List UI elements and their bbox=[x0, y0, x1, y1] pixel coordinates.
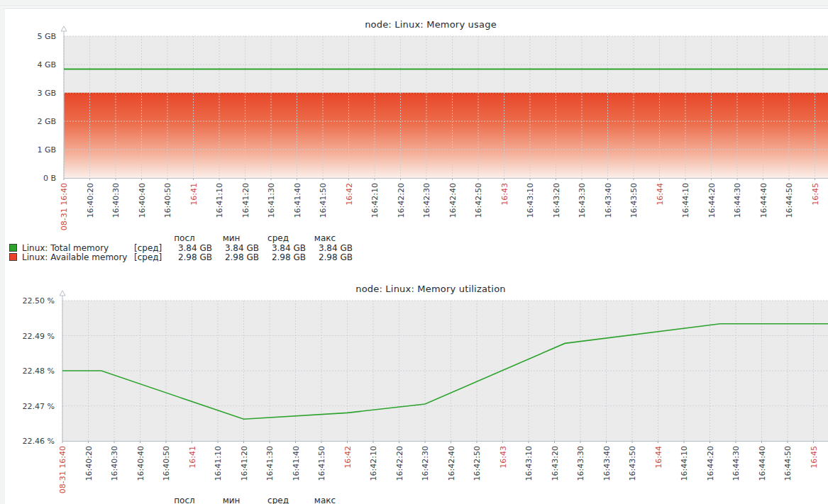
legend-header-min: мин bbox=[212, 234, 259, 244]
y-axis-label: 4 GB bbox=[37, 60, 56, 69]
memory-utilization-plot-area[interactable] bbox=[62, 301, 828, 441]
memory-usage-plot-area[interactable] bbox=[64, 36, 828, 178]
x-axis-label: 16:43:30 bbox=[576, 446, 585, 481]
x-axis-label: 16:44:40 bbox=[759, 183, 768, 218]
x-axis-label: 16:40:30 bbox=[111, 183, 121, 218]
x-axis-label: 16:42:20 bbox=[395, 446, 404, 481]
memory-usage-graph: 08-31 16:4016:40:2016:40:3016:40:4016:40… bbox=[37, 26, 828, 230]
stat-max: 3.84 GB bbox=[306, 244, 353, 254]
x-axis-label: 16:41:30 bbox=[267, 183, 276, 218]
x-axis-label: 16:44 bbox=[656, 183, 665, 206]
x-axis-label: 16:40:50 bbox=[163, 183, 172, 218]
x-axis-label: 16:40:20 bbox=[84, 446, 94, 481]
x-axis-label: 16:42:40 bbox=[448, 183, 458, 218]
y-axis-label: 3 GB bbox=[37, 89, 56, 98]
x-axis-label: 16:42:50 bbox=[473, 446, 482, 481]
y-axis-label: 22.50 % bbox=[23, 296, 55, 306]
y-axis-label: 0 B bbox=[43, 174, 56, 183]
x-axis-label: 16:41:40 bbox=[293, 183, 302, 218]
stat-avg: 2.98 GB bbox=[259, 253, 306, 263]
available-memory-swatch bbox=[9, 253, 17, 261]
stat-last: 3.84 GB bbox=[165, 244, 212, 254]
x-axis-label: 16:41:50 bbox=[319, 183, 328, 218]
x-axis-label: 16:45 bbox=[811, 183, 820, 206]
x-axis-label: 16:42:10 bbox=[369, 446, 378, 481]
y-axis-label: 5 GB bbox=[37, 32, 56, 41]
x-axis-label: 16:43:10 bbox=[524, 446, 534, 481]
x-axis-label: 16:44:50 bbox=[785, 183, 794, 218]
x-axis-label: 16:44:10 bbox=[680, 446, 689, 481]
x-axis-label: 16:42:40 bbox=[447, 446, 456, 481]
x-axis-label: 08-31 16:40 bbox=[58, 446, 67, 493]
x-axis-label: 16:43:40 bbox=[604, 183, 613, 218]
memory-usage-legend: посл мин сред макс Linux: Total memory [… bbox=[9, 234, 353, 263]
stat-max: 2.98 GB bbox=[306, 253, 353, 263]
x-axis-label: 16:44:20 bbox=[707, 183, 717, 218]
x-axis-label: 16:41:50 bbox=[317, 446, 326, 481]
x-axis-label: 16:44:20 bbox=[706, 446, 715, 481]
memory-usage-chart-title: node: Linux: Memory usage bbox=[0, 19, 828, 30]
x-axis-label: 16:44:10 bbox=[681, 183, 690, 218]
x-axis-label: 16:43:20 bbox=[552, 183, 561, 218]
x-axis-label: 16:45 bbox=[810, 446, 819, 469]
total-memory-swatch bbox=[9, 244, 17, 252]
x-axis-label: 16:42:10 bbox=[370, 183, 380, 218]
legend-header-row: посл мин сред макс bbox=[9, 496, 353, 504]
x-axis-label: 16:42:20 bbox=[397, 183, 406, 218]
x-axis-label: 16:41:30 bbox=[265, 446, 275, 481]
x-axis-label: 16:42 bbox=[343, 446, 353, 469]
y-axis-label: 22.49 % bbox=[23, 332, 55, 341]
x-axis-label: 16:41 bbox=[189, 183, 199, 206]
x-axis-label: 16:41:20 bbox=[240, 446, 249, 481]
zabbix-graphs-page: 08-31 16:4016:40:2016:40:3016:40:4016:40… bbox=[0, 0, 828, 504]
x-axis-label: 16:41 bbox=[188, 446, 197, 469]
legend-header-min: мин bbox=[212, 496, 259, 504]
x-axis-label: 16:40:30 bbox=[110, 446, 119, 481]
x-axis-label: 16:40:50 bbox=[162, 446, 171, 481]
series-name: Linux: Total memory bbox=[22, 244, 134, 254]
y-axis-label: 1 GB bbox=[37, 145, 56, 155]
x-axis-label: 16:43:30 bbox=[578, 183, 587, 218]
x-axis-label: 16:43:40 bbox=[602, 446, 612, 481]
legend-header-last: посл bbox=[165, 496, 212, 504]
x-axis-label: 16:44:30 bbox=[733, 183, 742, 218]
x-axis-label: 16:43:10 bbox=[526, 183, 535, 218]
stat-min: 3.84 GB bbox=[212, 244, 259, 254]
x-axis-label: 16:41:10 bbox=[214, 446, 223, 481]
legend-header-last: посл bbox=[165, 234, 212, 244]
x-axis-label: 16:43:50 bbox=[629, 183, 639, 218]
legend-header-row: посл мин сред макс bbox=[9, 234, 353, 244]
legend-header-avg: сред bbox=[259, 234, 306, 244]
x-axis-label: 16:42:30 bbox=[421, 446, 430, 481]
legend-row-total-memory: Linux: Total memory [сред] 3.84 GB 3.84 … bbox=[9, 244, 353, 254]
memory-utilization-legend: посл мин сред макс bbox=[9, 496, 353, 504]
x-axis-label: 16:41:10 bbox=[215, 183, 224, 218]
x-axis-label: 16:43:50 bbox=[628, 446, 637, 481]
x-axis-label: 16:43 bbox=[500, 183, 509, 206]
x-axis-label: 16:41:20 bbox=[241, 183, 250, 218]
stat-min: 2.98 GB bbox=[212, 253, 259, 263]
memory-utilization-graph: 08-31 16:4016:40:2016:40:3016:40:4016:40… bbox=[23, 291, 828, 493]
x-axis-label: 16:42:30 bbox=[422, 183, 431, 218]
y-axis-label: 22.47 % bbox=[23, 402, 55, 411]
stat-last: 2.98 GB bbox=[165, 253, 212, 263]
x-axis-label: 16:44:40 bbox=[758, 446, 767, 481]
legend-header-max: макс bbox=[306, 496, 353, 504]
x-axis-label: 16:44 bbox=[654, 446, 663, 469]
x-axis-label: 08-31 16:40 bbox=[60, 183, 69, 230]
series-func: [сред] bbox=[134, 244, 165, 254]
y-axis-label: 22.48 % bbox=[23, 366, 55, 376]
y-axis-label: 2 GB bbox=[37, 117, 56, 126]
x-axis-label: 16:44:50 bbox=[783, 446, 793, 481]
x-axis-label: 16:44:30 bbox=[732, 446, 741, 481]
x-axis-label: 16:40:40 bbox=[138, 183, 147, 218]
x-axis-label: 16:41:40 bbox=[292, 446, 301, 481]
stat-avg: 3.84 GB bbox=[259, 244, 306, 254]
series-name: Linux: Available memory bbox=[22, 253, 134, 263]
legend-header-avg: сред bbox=[259, 496, 306, 504]
x-axis-label: 16:43:20 bbox=[551, 446, 560, 481]
x-axis-label: 16:40:20 bbox=[86, 183, 95, 218]
x-axis-label: 16:42 bbox=[345, 183, 354, 206]
x-axis-label: 16:43 bbox=[499, 446, 508, 469]
memory-utilization-chart-title: node: Linux: Memory utilization bbox=[0, 284, 828, 294]
